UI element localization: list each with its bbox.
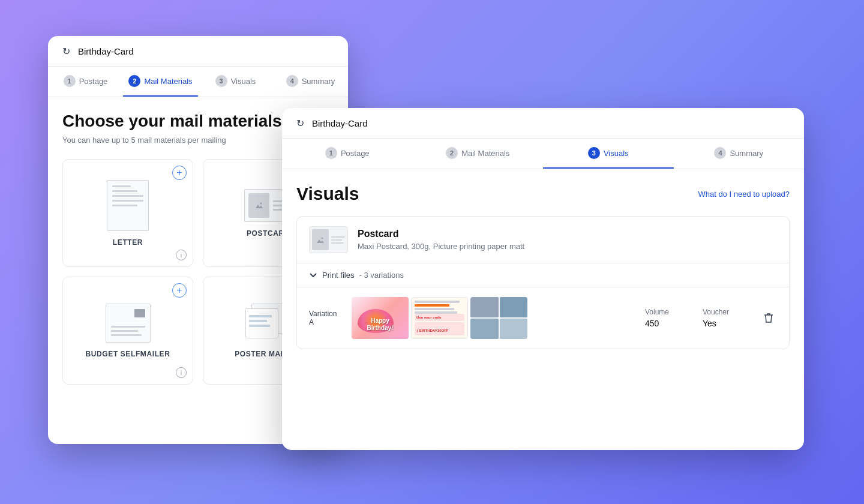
visuals-page-title: Visuals: [296, 184, 359, 204]
tab-label-mail-materials-back: Mail Materials: [144, 77, 192, 86]
thumb-lines: [331, 236, 345, 244]
tab-badge-4-front: 4: [714, 147, 726, 159]
grid-photo-1: [470, 297, 499, 317]
coupon-text: Use your code: [416, 316, 441, 319]
tab-badge-1-back: 1: [64, 75, 76, 87]
tab-visuals-back[interactable]: 3 Visuals: [198, 67, 273, 97]
variation-label: Variation A: [309, 310, 342, 326]
tab-badge-1-front: 1: [325, 147, 337, 159]
tab-label-visuals-front: Visuals: [604, 149, 629, 158]
tab-mail-materials-back[interactable]: 2 Mail Materials: [123, 67, 198, 97]
grid-photo-4: [500, 319, 528, 339]
svg-point-0: [260, 203, 262, 205]
tab-label-postage-back: Postage: [79, 77, 108, 86]
tab-label-summary-front: Summary: [730, 149, 763, 158]
tab-visuals-front[interactable]: 3 Visuals: [543, 139, 674, 169]
variation-image-1: HappyBirthday!: [352, 297, 409, 339]
mountain-icon: [254, 200, 264, 210]
tab-label-summary-back: Summary: [302, 77, 335, 86]
tab-mail-materials-front[interactable]: 2 Mail Materials: [413, 139, 544, 169]
back-window-tabs: 1 Postage 2 Mail Materials 3 Visuals 4 S…: [48, 67, 348, 97]
voucher-value: Yes: [703, 319, 751, 328]
discount-code: | BIRTHDAY10OFF: [415, 322, 464, 335]
chevron-down-icon: [309, 271, 317, 280]
postcard-thumbnail: [309, 226, 348, 253]
coupon-area: Use your code: [415, 314, 464, 321]
thumb-image-area: [312, 229, 329, 250]
variation-image-2: Use your code | BIRTHDAY10OFF: [411, 297, 468, 339]
letter-label: LETTER: [113, 238, 143, 247]
help-upload-link[interactable]: What do I need to upload?: [698, 190, 790, 199]
front-window-title: Birthday-Card: [312, 118, 368, 128]
postcard-item-header: Postcard Maxi Postcard, 300g, Picture pr…: [297, 217, 789, 263]
tab-badge-2-front: 2: [446, 147, 458, 159]
visuals-window: ↻ Birthday-Card 1 Postage 2 Mail Materia…: [282, 108, 804, 450]
tab-badge-3-front: 3: [588, 147, 600, 159]
tab-badge-3-back: 3: [215, 75, 227, 87]
print-files-toggle[interactable]: Print files - 3 variations: [297, 263, 789, 287]
svg-point-1: [322, 237, 323, 239]
postcard-section: Postcard Maxi Postcard, 300g, Picture pr…: [296, 216, 790, 349]
grid-photo-2: [500, 297, 528, 317]
material-card-letter[interactable]: + LETTER i: [62, 159, 193, 267]
cycle-icon: ↻: [62, 46, 73, 56]
voucher-label: Voucher: [703, 308, 751, 316]
letter-icon: [107, 180, 149, 231]
variation-images: HappyBirthday! Use your code: [352, 297, 635, 339]
tab-summary-front[interactable]: 4 Summary: [674, 139, 805, 169]
thumbnail-mountain-icon: [316, 235, 325, 245]
tab-postage-back[interactable]: 1 Postage: [48, 67, 123, 97]
volume-column: Volume 450: [645, 308, 693, 328]
delete-variation-button[interactable]: [760, 310, 777, 326]
visuals-header: Visuals What do I need to upload?: [296, 184, 790, 204]
window-header-back: ↻ Birthday-Card: [48, 36, 348, 67]
variation-image-3: [470, 297, 527, 339]
grid-photo-3: [470, 319, 499, 339]
variation-row-a: Variation A HappyBirthday!: [297, 287, 789, 349]
tab-label-visuals-back: Visuals: [231, 77, 256, 86]
back-window-title: Birthday-Card: [78, 46, 134, 56]
postcard-product-name: Postcard: [358, 229, 777, 239]
selfmailer-label: BUDGET SELFMAILER: [86, 350, 170, 358]
tab-summary-back[interactable]: 4 Summary: [273, 67, 348, 97]
voucher-column: Voucher Yes: [703, 308, 751, 328]
material-card-budget-selfmailer[interactable]: + BUDGET SELFMAILER i: [62, 277, 193, 385]
print-files-label: Print files: [322, 271, 354, 280]
selfmailer-info-button[interactable]: i: [176, 367, 187, 378]
trash-icon: [764, 313, 773, 323]
tab-postage-front[interactable]: 1 Postage: [282, 139, 413, 169]
tab-label-postage-front: Postage: [341, 149, 370, 158]
window-header-front: ↻ Birthday-Card: [282, 108, 804, 139]
tab-badge-2-back: 2: [128, 75, 140, 87]
visuals-content: Visuals What do I need to upload?: [282, 169, 804, 364]
add-selfmailer-button[interactable]: +: [172, 283, 187, 298]
tab-label-mail-materials-front: Mail Materials: [461, 149, 509, 158]
postcard-description: Maxi Postcard, 300g, Picture printing pa…: [358, 242, 777, 251]
letter-info-button[interactable]: i: [176, 250, 187, 260]
front-window-tabs: 1 Postage 2 Mail Materials 3 Visuals 4 S…: [282, 139, 804, 169]
volume-label: Volume: [645, 308, 693, 316]
selfmailer-icon: [106, 304, 151, 343]
tab-badge-4-back: 4: [286, 75, 298, 87]
email-text-lines: [415, 301, 464, 314]
volume-value: 450: [645, 319, 693, 328]
print-files-count: - 3 variations: [359, 271, 403, 280]
add-letter-button[interactable]: +: [172, 166, 187, 180]
birthday-text: HappyBirthday!: [352, 317, 409, 332]
cycle-icon-front: ↻: [296, 118, 307, 128]
postcard-info: Postcard Maxi Postcard, 300g, Picture pr…: [358, 229, 777, 251]
